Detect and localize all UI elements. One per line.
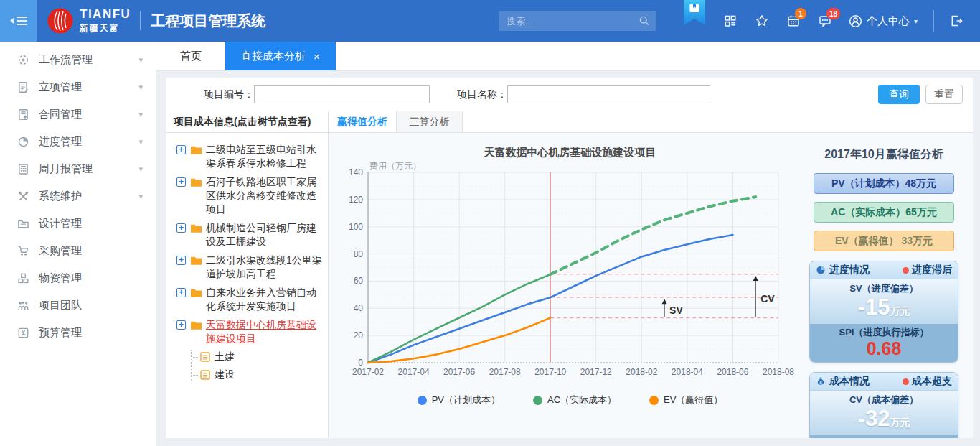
sidebar-item-label: 合同管理 (39, 108, 82, 121)
maintenance-icon (17, 190, 29, 203)
tab-three-calc-analysis[interactable]: 三算分析 (397, 111, 463, 132)
svg-text:2018-02: 2018-02 (626, 367, 657, 377)
svg-text:40: 40 (354, 303, 364, 313)
sidebar-item-team[interactable]: 项目团队 (0, 292, 156, 319)
metric-label: CV（成本偏差） (810, 394, 958, 406)
brand-logo: TIANFU 新疆天富 (47, 8, 131, 34)
tree-child-label: 土建 (215, 350, 235, 363)
chevron-down-icon: ▾ (138, 137, 143, 147)
evm-chart: 2017-022017-042017-062017-082017-102017-… (335, 161, 805, 385)
reset-button[interactable]: 重置 (925, 85, 963, 104)
sidebar-item-label: 系统维护 (39, 190, 82, 203)
sidebar-item-material[interactable]: 物资管理 (0, 264, 156, 292)
sidebar-item-project[interactable]: 立项管理▾ (0, 73, 156, 101)
sidebar-item-purchase[interactable]: 采购管理 (0, 237, 156, 264)
tree-node[interactable]: +机械制造公司轻钢厂房建设及工棚建设 (176, 221, 325, 248)
tree-node-label: 机械制造公司轻钢厂房建设及工棚建设 (206, 221, 325, 248)
project-no-label: 项目编号： (204, 88, 254, 101)
tab-home[interactable]: 首页 (156, 42, 225, 70)
sidebar-item-maintenance[interactable]: 系统维护▾ (0, 182, 156, 210)
design-icon (17, 218, 29, 230)
content-area: 项目编号： 项目名称： 查询 重置 项目成本信息(点击树节点查看) 赢得值分析三… (156, 71, 980, 446)
calendar-badge: 1 (795, 8, 806, 19)
project-no-input[interactable] (254, 85, 430, 103)
svg-text:80: 80 (354, 249, 364, 259)
logout-icon[interactable] (950, 14, 963, 27)
user-menu[interactable]: 个人中心 ▾ (849, 14, 918, 28)
sidebar-item-budget[interactable]: ¥预算管理 (0, 319, 156, 346)
tree-child-node[interactable]: 建设 (192, 368, 325, 381)
svg-text:2017-10: 2017-10 (534, 367, 566, 377)
money-bag-icon: ¥ (816, 376, 826, 386)
sidebar-item-progress[interactable]: 进度管理▾ (0, 128, 156, 155)
messages-icon[interactable]: 18 (819, 14, 831, 27)
folder-icon (190, 320, 202, 330)
stats-title: 2017年10月赢得值分析 (801, 147, 967, 162)
chevron-down-icon: ▾ (138, 164, 143, 174)
svg-text:¥: ¥ (22, 329, 26, 337)
project-icon (17, 81, 29, 93)
chevron-down-icon: ▾ (138, 110, 143, 119)
favorite-star-icon[interactable] (755, 14, 768, 27)
svg-text:2017-06: 2017-06 (443, 367, 475, 377)
calendar-icon[interactable]: 1 (787, 14, 800, 27)
analysis-area: 天富数据中心机房基础设施建设项目 2017-022017-042017-0620… (329, 133, 973, 438)
index-label: SPI（进度执行指标） (810, 326, 958, 339)
index-value: 0.68 (810, 339, 958, 358)
tree-node[interactable]: +自来水业务并入营销自动化系统开发实施项目 (176, 286, 325, 313)
chevron-down-icon: ▾ (138, 83, 143, 92)
sidebar-item-report[interactable]: 周月报管理▾ (0, 155, 156, 182)
expand-icon[interactable]: + (176, 223, 186, 233)
tree-child-node[interactable]: 土建 (192, 350, 325, 363)
material-icon (17, 272, 29, 284)
status-cards: 进度情况进度滞后SV（进度偏差）-15万元SPI（进度执行指标）0.68¥成本情… (801, 261, 967, 438)
project-name-input[interactable] (507, 85, 710, 103)
expand-icon[interactable]: + (176, 177, 186, 187)
sidebar-item-label: 设计管理 (39, 217, 82, 231)
sidebar-item-label: 工作流管理 (39, 53, 93, 67)
sidebar-item-contract[interactable]: 合同管理▾ (0, 101, 156, 128)
search-icon[interactable] (639, 15, 650, 27)
index-label: CPI（成本执行指标） (810, 437, 958, 438)
sidebar-collapse-button[interactable] (0, 0, 37, 42)
red-dot-icon (903, 267, 909, 274)
tab-earned-value-analysis[interactable]: 赢得值分析 (329, 111, 397, 132)
tree-node[interactable]: +二级引水渠改线段1公里渠道护坡加高工程 (176, 254, 325, 281)
user-menu-label: 个人中心 (867, 14, 910, 28)
svg-text:2017-08: 2017-08 (489, 367, 521, 377)
expand-icon[interactable]: + (176, 288, 186, 297)
sidebar-item-label: 物资管理 (39, 271, 82, 285)
red-dot-icon (903, 378, 909, 385)
apps-grid-icon[interactable] (724, 14, 737, 27)
bookmark-icon[interactable] (684, 0, 705, 25)
search-box[interactable] (499, 11, 656, 31)
expand-icon[interactable]: + (176, 256, 186, 265)
project-tree: +二级电站至五级电站引水渠系春系停水检修工程+石河子铁路地区职工家属区供水分离移… (166, 133, 329, 438)
app-root: TIANFU 新疆天富 工程项目管理系统 1 (0, 0, 980, 446)
tree-node[interactable]: +天富数据中心机房基础设施建设项目 (176, 318, 325, 345)
brand-subname: 新疆天富 (80, 22, 131, 34)
expand-icon[interactable]: + (176, 145, 186, 154)
tree-node-label: 石河子铁路地区职工家属区供水分离移交维修改造项目 (206, 175, 325, 216)
card-title: 成本情况 (829, 375, 870, 388)
expand-icon[interactable]: + (176, 320, 186, 330)
status-badge: 进度滞后 (903, 264, 952, 277)
sidebar-item-label: 立项管理 (39, 80, 82, 94)
tab-direct-cost-analysis[interactable]: 直接成本分析 × (225, 42, 336, 70)
cost-status-card: ¥成本情况成本超支CV（成本偏差）-32万元CPI（成本执行指标）0.5 (809, 372, 958, 438)
sidebar-item-workflow[interactable]: 工作流管理▾ (0, 46, 156, 73)
brand-name: TIANFU (80, 8, 131, 20)
search-button[interactable]: 查询 (878, 85, 920, 104)
sidebar-item-design[interactable]: 设计管理 (0, 210, 156, 237)
chart-title: 天富数据中心机房基础设施建设项目 (335, 146, 805, 159)
search-input[interactable] (499, 16, 639, 27)
user-avatar-icon (849, 14, 862, 28)
tab-label: 直接成本分析 (241, 50, 306, 63)
budget-icon: ¥ (17, 327, 29, 339)
document-icon (200, 370, 210, 380)
tianfu-logo-icon (47, 8, 73, 34)
team-icon (17, 299, 29, 312)
tree-node[interactable]: +石河子铁路地区职工家属区供水分离移交维修改造项目 (176, 175, 325, 216)
tree-node[interactable]: +二级电站至五级电站引水渠系春系停水检修工程 (176, 143, 325, 170)
close-tab-icon[interactable]: × (314, 51, 320, 62)
